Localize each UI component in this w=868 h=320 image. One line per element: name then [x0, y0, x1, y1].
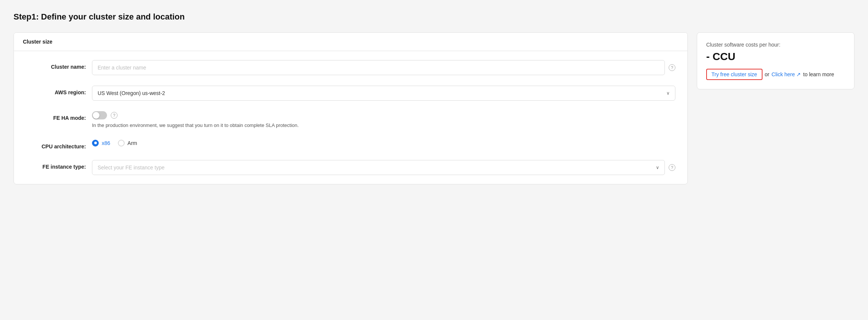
page-container: Step1: Define your cluster size and loca… — [0, 0, 868, 320]
fe-ha-mode-toggle[interactable] — [92, 111, 107, 119]
fe-instance-type-chevron-icon: ∨ — [656, 165, 659, 170]
fe-instance-type-placeholder: Select your FE instance type — [98, 165, 164, 171]
external-link-icon: ↗ — [796, 71, 801, 77]
cpu-architecture-row: CPU architecture: x86 Arm — [26, 140, 675, 149]
fe-ha-mode-help-icon[interactable]: ? — [111, 112, 118, 119]
fe-ha-mode-content: ? In the production environment, we sugg… — [92, 111, 299, 129]
fe-instance-type-row: FE instance type: Select your FE instanc… — [26, 160, 675, 175]
cluster-name-input[interactable] — [92, 60, 665, 75]
page-title: Step1: Define your cluster size and loca… — [14, 12, 854, 22]
radio-option-x86[interactable]: x86 — [92, 140, 110, 146]
radio-circle-arm — [118, 140, 125, 146]
aws-region-control: US West (Oregon) us-west-2 ∨ — [92, 86, 675, 101]
fe-ha-mode-row: FE HA mode: ? In the produc — [26, 111, 675, 129]
toggle-knob — [93, 112, 99, 119]
fe-ha-mode-description: In the production environment, we sugges… — [92, 122, 299, 129]
aws-region-row: AWS region: US West (Oregon) us-west-2 ∨ — [26, 86, 675, 101]
or-text: or — [765, 71, 769, 77]
main-content: Cluster size Cluster name: ? AWS region: — [14, 32, 854, 184]
cluster-name-help-icon[interactable]: ? — [669, 64, 675, 71]
radio-label-arm: Arm — [128, 140, 137, 146]
fe-ha-mode-control: ? In the production environment, we sugg… — [92, 111, 675, 129]
aws-region-chevron-icon: ∨ — [666, 91, 670, 96]
try-free-cluster-size-button[interactable]: Try free cluster size — [706, 69, 763, 80]
cost-value: - CCU — [706, 51, 845, 63]
aws-region-select[interactable]: US West (Oregon) us-west-2 ∨ — [92, 86, 675, 101]
click-here-label: Click here — [772, 71, 795, 77]
cluster-name-row: Cluster name: ? — [26, 60, 675, 75]
radio-circle-x86 — [92, 140, 99, 146]
fe-ha-mode-label: FE HA mode: — [26, 111, 86, 121]
radio-label-x86: x86 — [102, 140, 110, 146]
right-panel: Cluster software costs per hour: - CCU T… — [697, 32, 854, 89]
click-here-link[interactable]: Click here ↗ — [772, 71, 801, 77]
fe-instance-type-label: FE instance type: — [26, 160, 86, 170]
to-learn-more-text: to learn more — [803, 71, 834, 77]
fe-instance-type-select[interactable]: Select your FE instance type ∨ — [92, 160, 665, 175]
cluster-name-label: Cluster name: — [26, 60, 86, 70]
cpu-architecture-label: CPU architecture: — [26, 140, 86, 149]
cost-label: Cluster software costs per hour: — [706, 42, 845, 48]
panel-body: Cluster name: ? AWS region: US West (Ore… — [14, 51, 687, 184]
cpu-architecture-control: x86 Arm — [92, 140, 675, 146]
fe-instance-type-help-icon[interactable]: ? — [669, 164, 675, 171]
cpu-architecture-radio-group: x86 Arm — [92, 140, 137, 146]
cluster-size-header: Cluster size — [14, 33, 687, 51]
aws-region-label: AWS region: — [26, 86, 86, 95]
radio-option-arm[interactable]: Arm — [118, 140, 137, 146]
fe-instance-type-control: Select your FE instance type ∨ ? — [92, 160, 675, 175]
aws-region-value: US West (Oregon) us-west-2 — [98, 90, 165, 96]
fe-ha-toggle-wrapper: ? — [92, 111, 299, 119]
left-panel: Cluster size Cluster name: ? AWS region: — [14, 32, 688, 184]
cluster-name-control: ? — [92, 60, 675, 75]
try-free-row: Try free cluster size or Click here ↗ to… — [706, 69, 845, 80]
